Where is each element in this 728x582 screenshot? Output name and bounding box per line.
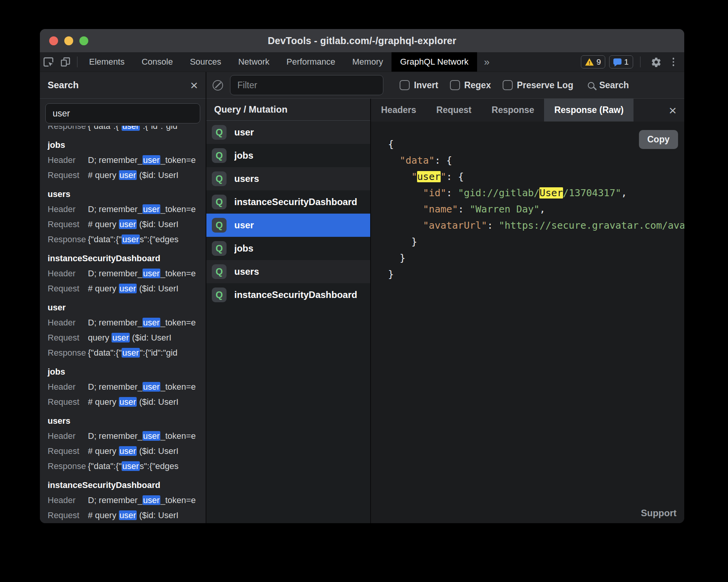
device-toolbar-icon[interactable] <box>57 52 74 72</box>
search-result-content: D; remember_user_token=e <box>88 202 196 217</box>
search-result-row[interactable]: HeaderD; remember_user_token=e <box>48 202 206 217</box>
search-result-text: _token=e <box>160 495 196 505</box>
json-token: , <box>621 187 627 199</box>
search-result-row[interactable]: HeaderD; remember_user_token=e <box>48 266 206 281</box>
search-result-row[interactable]: Response{"data":{"user":{"id":"gid <box>48 126 206 134</box>
search-result-row[interactable]: Request# query user ($id: UserI <box>48 217 206 232</box>
search-result-content: D; remember_user_token=e <box>88 152 196 168</box>
search-result-label: Header <box>48 379 88 394</box>
query-row-user[interactable]: Quser <box>206 214 370 237</box>
filter-options: InvertRegexPreserve Log <box>400 80 573 91</box>
search-result-row[interactable]: Request# query user ($id: UserI <box>48 394 206 409</box>
search-match-highlight: user <box>119 446 137 456</box>
search-result-row[interactable]: Response{"data":{"user":{"id":"gid <box>48 345 206 360</box>
search-result-content: D; remember_user_token=e <box>88 379 196 394</box>
invert-checkbox[interactable]: Invert <box>400 80 438 91</box>
search-input-wrap <box>40 99 206 126</box>
query-row-jobs[interactable]: Qjobs <box>206 237 370 260</box>
tab-performance[interactable]: Performance <box>278 52 344 72</box>
close-search-panel-icon[interactable]: × <box>190 79 198 92</box>
search-match-highlight: user <box>112 333 130 342</box>
search-result-text: ":{"id":"gid <box>140 126 177 131</box>
search-result-label: Header <box>48 428 88 443</box>
json-token: : <box>487 220 499 231</box>
search-result-text: s":{"edges <box>140 461 179 471</box>
search-result-label: Request <box>48 443 88 459</box>
search-input[interactable] <box>45 103 200 123</box>
search-result-text: D; remember_ <box>88 382 143 392</box>
preserve-log-checkbox-box <box>503 80 513 90</box>
json-token <box>388 155 400 166</box>
query-type-badge: Q <box>212 125 227 140</box>
tab-network[interactable]: Network <box>230 52 278 72</box>
tab-elements[interactable]: Elements <box>81 52 133 72</box>
filter-input[interactable] <box>230 75 383 95</box>
search-result-row[interactable]: HeaderD; remember_user_token=e <box>48 152 206 168</box>
search-result-text: D; remember_ <box>88 155 143 165</box>
search-result-text: _token=e <box>160 382 196 392</box>
tab-graphql-network[interactable]: GraphQL Network <box>391 52 477 72</box>
detail-tab-response-raw[interactable]: Response (Raw) <box>544 99 634 122</box>
search-match-highlight: user <box>122 235 140 244</box>
close-detail-panel-icon[interactable]: × <box>669 99 676 122</box>
search-result-label: Request <box>48 168 88 183</box>
search-result-row[interactable]: Request# query user ($id: UserI <box>48 443 206 459</box>
search-result-group-title: users <box>48 413 206 428</box>
settings-gear-icon[interactable] <box>647 56 665 68</box>
request-detail-panel: HeadersRequestResponseResponse (Raw)× Co… <box>371 99 684 523</box>
invert-checkbox-label: Invert <box>414 80 438 91</box>
tab-memory[interactable]: Memory <box>344 52 391 72</box>
query-row-users[interactable]: Qusers <box>206 167 370 190</box>
detail-tab-request[interactable]: Request <box>426 99 482 122</box>
more-tabs-button[interactable]: » <box>477 56 496 68</box>
inspect-element-icon[interactable] <box>40 52 57 72</box>
search-match-highlight: user <box>143 204 161 214</box>
query-type-badge: Q <box>212 288 227 302</box>
search-result-row[interactable]: HeaderD; remember_user_token=e <box>48 428 206 443</box>
search-match-highlight: user <box>119 397 137 407</box>
query-mutation-header: Query / Mutation <box>206 99 370 121</box>
issues-badge[interactable]: 1 <box>609 55 633 68</box>
json-token: { <box>388 139 394 150</box>
detail-tab-headers[interactable]: Headers <box>371 99 426 122</box>
query-row-instancesecuritydashboard[interactable]: QinstanceSecurityDashboard <box>206 190 370 214</box>
search-result-row[interactable]: Request# query user ($id: UserI <box>48 508 206 523</box>
json-token: } <box>388 252 405 264</box>
json-line: "data": { <box>388 152 684 169</box>
tab-sources[interactable]: Sources <box>181 52 230 72</box>
json-token: : <box>446 171 458 182</box>
close-window-button[interactable] <box>49 36 58 45</box>
search-result-label: Request <box>48 508 88 523</box>
search-result-row[interactable]: Requestquery user ($id: UserI <box>48 330 206 345</box>
json-line: } <box>388 234 684 250</box>
query-row-user[interactable]: Quser <box>206 121 370 144</box>
regex-checkbox-box <box>450 80 460 90</box>
clear-log-icon[interactable] <box>213 80 223 91</box>
minimize-window-button[interactable] <box>64 36 73 45</box>
support-link[interactable]: Support <box>641 508 676 519</box>
search-result-row[interactable]: HeaderD; remember_user_token=e <box>48 493 206 508</box>
json-line: "avatarUrl": "https://secure.gravatar.co… <box>388 217 684 234</box>
search-result-text: {"data":{" <box>88 126 122 131</box>
toolbar-search[interactable]: Search <box>588 80 629 91</box>
search-result-label: Header <box>48 202 88 217</box>
query-row-users[interactable]: Qusers <box>206 260 370 283</box>
search-result-text: _token=e <box>160 155 196 165</box>
search-result-row[interactable]: HeaderD; remember_user_token=e <box>48 379 206 394</box>
search-result-row[interactable]: Request# query user ($id: UserI <box>48 281 206 296</box>
tab-console[interactable]: Console <box>133 52 182 72</box>
json-token: } <box>388 236 417 247</box>
regex-checkbox[interactable]: Regex <box>450 80 491 91</box>
maximize-window-button[interactable] <box>79 36 88 45</box>
search-result-row[interactable]: HeaderD; remember_user_token=e <box>48 315 206 330</box>
search-result-row[interactable]: Response{"data":{"users":{"edges <box>48 459 206 474</box>
preserve-log-checkbox[interactable]: Preserve Log <box>503 80 573 91</box>
search-result-row[interactable]: Response{"data":{"users":{"edges <box>48 232 206 247</box>
detail-tab-response[interactable]: Response <box>482 99 544 122</box>
query-row-instancesecuritydashboard[interactable]: QinstanceSecurityDashboard <box>206 283 370 306</box>
warnings-badge[interactable]: ! 9 <box>581 55 605 68</box>
copy-button[interactable]: Copy <box>639 130 678 149</box>
search-result-row[interactable]: Request# query user ($id: UserI <box>48 168 206 183</box>
query-row-jobs[interactable]: Qjobs <box>206 144 370 167</box>
kebab-menu-icon[interactable] <box>669 58 678 66</box>
